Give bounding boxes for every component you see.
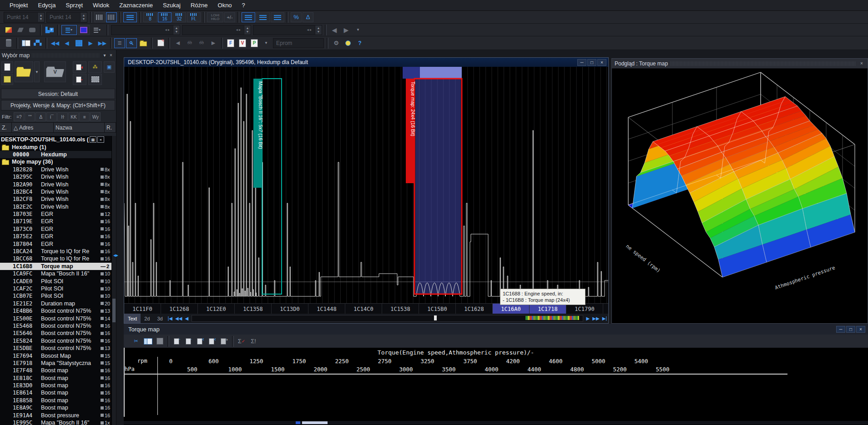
map-window-style-button[interactable] (78, 25, 90, 35)
paste-icon[interactable] (154, 336, 165, 346)
eraser-icon[interactable] (15, 25, 26, 35)
col-header-2250[interactable]: 2250 (321, 358, 363, 365)
list-item-1E8614[interactable]: 1E8614Boost map16 (0, 389, 112, 396)
binoculars-follow-icon[interactable]: 👓︎ (184, 38, 195, 48)
scrollbar-thumb[interactable] (112, 299, 116, 322)
list-item-1B295C[interactable]: 1B295CDrive Wish8x (0, 173, 112, 180)
data-width-16-button[interactable]: 16 (158, 12, 172, 22)
list-item-1E21E2[interactable]: 1E21E2Duration map20 (0, 300, 112, 307)
preview-titlebar[interactable]: Podgląd : Torque map × (612, 59, 868, 69)
col-header-2750[interactable]: 2750 (363, 358, 406, 365)
scroll-last-icon[interactable]: ▶| (601, 316, 608, 321)
toolbar-combo-2[interactable]: ◂ ▸▲▼ (182, 25, 251, 35)
close-button[interactable]: × (597, 59, 606, 66)
projects-versions-maps-bar[interactable]: Projekty, Wersje & Mapy: (Ctrl+Shift+F) (1, 100, 115, 110)
hex-scrollbar-track[interactable] (192, 315, 583, 322)
list-item-1CB07E[interactable]: 1CB07EPilot SOI10 (0, 292, 112, 300)
list-group-moje-mapy[interactable]: Moje mapy (36) (0, 158, 112, 165)
go-next-icon[interactable]: ▶ (85, 38, 96, 48)
list-group-hexdump[interactable]: Hexdump (1) (0, 143, 112, 150)
font-size-selector-2-spinner[interactable]: ▲▼ (80, 13, 87, 22)
col-header-4200[interactable]: 4200 (492, 358, 535, 365)
scroll-fastnext-icon[interactable]: ▶▶ (591, 316, 601, 321)
col-header-5400[interactable]: 5400 (620, 358, 663, 365)
address-cell-1C13D0[interactable]: 1C13D0 (272, 304, 308, 314)
list-item-1E818C[interactable]: 1E818CBoost map16 (0, 375, 112, 382)
extra-tool-button[interactable]: ▣ (104, 61, 115, 73)
list-item-1E7918[interactable]: 1E7918Mapa "Statystyczna15 (0, 360, 112, 367)
menu-item-projekt[interactable]: Projekt (5, 0, 33, 10)
list-item-1E8A9C[interactable]: 1E8A9CBoost map16 (0, 404, 112, 411)
hexdump-titlebar[interactable]: DESKTOP-2OU7SHL_10140.ols (Oryginał), 39… (124, 58, 608, 67)
copy-window-icon[interactable] (20, 38, 31, 48)
colored-pen-icon[interactable] (3, 25, 14, 35)
address-cell-1C1790[interactable]: 1C1790 (566, 304, 603, 314)
sign-toggle-button[interactable]: +/- (224, 12, 235, 22)
scroll-fastprev-icon[interactable]: ◀◀ (174, 316, 183, 321)
list-item-1BCC68[interactable]: 1BCC68Torque to IQ for Re16 (0, 255, 112, 262)
col-header-3250[interactable]: 3250 (406, 358, 449, 365)
save-button[interactable] (1, 74, 13, 85)
checksum-icon[interactable]: ✎ (155, 38, 166, 48)
col-header-2000[interactable]: 2000 (299, 366, 342, 373)
stamp-tool-icon[interactable] (27, 25, 38, 35)
map-apply-icon[interactable]: ➔ (219, 336, 230, 346)
col-header-600[interactable]: 600 (192, 358, 235, 365)
list-item-1CADE0[interactable]: 1CADE0Pilot SOI10 (0, 277, 112, 285)
address-cell-1C14C0[interactable]: 1C14C0 (345, 304, 382, 314)
go-prev-icon[interactable]: ◀ (61, 38, 72, 48)
history-dropdown-icon[interactable]: ▼ (353, 25, 363, 35)
go-last-icon[interactable]: ▶▶ (97, 38, 108, 48)
waveform-icon[interactable] (94, 12, 105, 22)
col-header-0[interactable]: 0 (150, 358, 192, 365)
list-item-1B7804[interactable]: 1B7804EGR16 (0, 240, 112, 247)
scrollbar-position-marker[interactable] (434, 315, 437, 320)
versions-folder-button[interactable]: V (44, 61, 66, 82)
list-item-1B2A90[interactable]: 1B2A90Drive Wish8x (0, 180, 112, 188)
col-header-5000[interactable]: 5000 (577, 358, 620, 365)
list-item-1B703E[interactable]: 1B703EEGR12 (0, 210, 112, 218)
column-header-z[interactable]: Z. (0, 123, 12, 132)
delta-button[interactable]: Δ (303, 12, 313, 22)
col-header-3500[interactable]: 3500 (428, 366, 470, 373)
list-item-1E4BB6[interactable]: 1E4BB6Boost control N75%13 (0, 307, 112, 315)
insert-cell-icon[interactable]: ▙F (44, 25, 55, 35)
filter-button-2-icon[interactable]: '''' (25, 112, 35, 121)
list-item-1B2BC4[interactable]: 1B2BC4Drive Wish8x (0, 188, 112, 195)
scroll-next-icon[interactable]: ▶ (585, 316, 591, 321)
byte-order-button[interactable]: LOHIHILO (207, 12, 223, 22)
menu-item-widok[interactable]: Widok (88, 0, 114, 10)
column-header-nazwa[interactable]: Nazwa (54, 123, 105, 132)
tab-text[interactable]: Text (124, 314, 141, 323)
menu-item-edycja[interactable]: Edycja (33, 0, 61, 10)
history-forward-icon[interactable]: ▶ (341, 25, 352, 35)
history-back-icon[interactable]: ◀ (329, 25, 340, 35)
doc-p-icon[interactable]: P (249, 38, 260, 48)
col-header-4400[interactable]: 4400 (513, 366, 556, 373)
list-item-1C16B8[interactable]: 1C16B8Torque map— 2 (0, 263, 112, 270)
list-item-1B2CF8[interactable]: 1B2CF8Drive Wish8x (0, 195, 112, 203)
list-item-1B2E2C[interactable]: 1B2E2CDrive Wish8x (0, 203, 112, 210)
panel-pin-icon[interactable]: ▾ (101, 52, 108, 59)
waveform-2d-icon[interactable] (106, 12, 117, 22)
toolbar-combo-3[interactable]: ◂ ▸▲▼ (253, 25, 322, 35)
list-item-1E5468[interactable]: 1E5468Boost control N75%16 (0, 322, 112, 330)
map-delete-icon[interactable]: ✕ (195, 336, 206, 346)
preview-close-icon[interactable]: × (858, 60, 865, 67)
font-size-selector-1[interactable]: Punkt 14▲▼ (4, 12, 45, 23)
list-item-1BCA24[interactable]: 1BCA24Torque to IQ for Re16 (0, 248, 112, 255)
binoculars-icon[interactable]: 👓︎ (196, 38, 207, 48)
map-list-scrollbar[interactable] (111, 136, 116, 425)
search-prev-icon[interactable]: ◀ (172, 38, 183, 48)
tree-view-button[interactable]: ☰ (114, 38, 125, 48)
toolbar-combo-1[interactable]: ◂ ▸▲▼ (111, 25, 180, 35)
hex-view-icon[interactable] (123, 12, 137, 22)
list-item-1CAF2C[interactable]: 1CAF2CPilot SOI10 (0, 285, 112, 292)
col-header-4800[interactable]: 4800 (556, 366, 599, 373)
address-cell-1C1448[interactable]: 1C1448 (308, 304, 345, 314)
doc-v-icon[interactable]: V (237, 38, 248, 48)
menu-item-okno[interactable]: Okno (213, 0, 237, 10)
stamp-button[interactable] (88, 74, 102, 85)
scrollbar-thumb[interactable] (302, 421, 328, 424)
scroll-prev-icon[interactable]: ◀ (183, 316, 190, 321)
